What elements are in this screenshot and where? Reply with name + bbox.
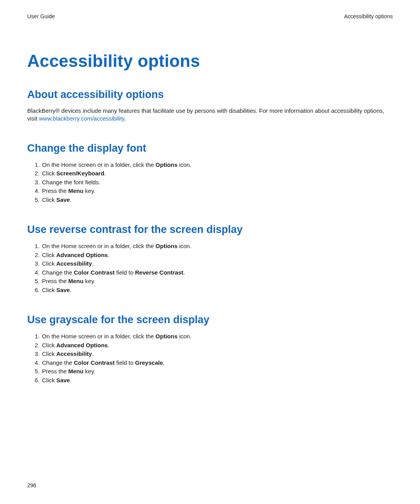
text: . xyxy=(108,252,109,258)
list-item: Change the Color Contrast field to Rever… xyxy=(41,268,393,277)
list-item: Click Save. xyxy=(41,376,393,385)
text: icon. xyxy=(177,243,191,249)
header-left: User Guide xyxy=(27,13,55,19)
text: On the Home screen or in a folder, click… xyxy=(42,161,156,168)
grayscale-steps: On the Home screen or in a folder, click… xyxy=(27,332,393,385)
bold-text: Options xyxy=(156,161,178,168)
text: . xyxy=(104,170,106,177)
list-item: Click Accessibility. xyxy=(41,259,393,268)
bold-text: Options xyxy=(156,333,178,340)
section-grayscale-heading: Use grayscale for the screen display xyxy=(27,314,393,326)
bold-text: Menu xyxy=(68,368,84,374)
text: . xyxy=(108,342,109,348)
text: field to xyxy=(115,269,135,276)
text: Press the xyxy=(42,187,68,194)
text: icon. xyxy=(177,333,191,340)
text: key. xyxy=(84,278,96,284)
text: Click xyxy=(42,287,56,293)
list-item: Click Save. xyxy=(41,196,393,205)
header-right: Accessibility options xyxy=(344,13,393,19)
text: key. xyxy=(84,187,96,194)
reverse-steps: On the Home screen or in a folder, click… xyxy=(27,242,393,294)
text: . xyxy=(183,269,185,276)
bold-text: Menu xyxy=(68,187,84,194)
list-item: On the Home screen or in a folder, click… xyxy=(41,332,393,341)
text: Press the xyxy=(42,278,68,284)
list-item: Press the Menu key. xyxy=(41,187,393,196)
text: icon. xyxy=(177,161,191,168)
list-item: Press the Menu key. xyxy=(41,367,393,376)
bold-text: Save xyxy=(56,287,70,293)
bold-text: Screen/Keyboard xyxy=(56,170,104,177)
text: Change the xyxy=(42,269,74,276)
text: . xyxy=(70,196,72,203)
bold-text: Greyscale xyxy=(135,359,163,366)
text: Click xyxy=(42,260,56,267)
text: . xyxy=(70,377,72,383)
change-font-steps: On the Home screen or in a folder, click… xyxy=(27,161,393,205)
text: . xyxy=(163,359,164,366)
text: Click xyxy=(42,342,56,348)
bold-text: Save xyxy=(56,196,70,203)
list-item: On the Home screen or in a folder, click… xyxy=(41,161,393,170)
list-item: Click Accessibility. xyxy=(41,350,393,359)
text: Click xyxy=(42,196,56,203)
text: . xyxy=(92,350,93,357)
bold-text: Accessibility xyxy=(56,350,92,357)
text: Press the xyxy=(42,368,68,374)
text: . xyxy=(92,260,93,267)
list-item: On the Home screen or in a folder, click… xyxy=(41,242,393,251)
list-item: Click Save. xyxy=(41,286,393,295)
list-item: Change the Color Contrast field to Greys… xyxy=(41,359,393,368)
text: Click xyxy=(42,350,56,357)
text: Click xyxy=(42,170,56,177)
about-paragraph: BlackBerry® devices include many feature… xyxy=(27,107,393,123)
bold-text: Color Contrast xyxy=(74,269,115,276)
page-number: 296 xyxy=(27,482,36,488)
text: Click xyxy=(42,252,56,258)
list-item: Click Advanced Options. xyxy=(41,251,393,260)
list-item: Change the font fields. xyxy=(41,178,393,187)
page-header: User Guide Accessibility options xyxy=(27,13,393,19)
text: Change the xyxy=(42,359,74,366)
bold-text: Menu xyxy=(68,278,84,284)
bold-text: Options xyxy=(156,243,178,249)
bold-text: Advanced Options xyxy=(56,252,108,258)
bold-text: Color Contrast xyxy=(74,359,115,366)
bold-text: Accessibility xyxy=(56,260,92,267)
text: Click xyxy=(42,377,56,383)
text: On the Home screen or in a folder, click… xyxy=(42,333,156,340)
text: key. xyxy=(84,368,96,374)
document-page: User Guide Accessibility options Accessi… xyxy=(0,0,420,504)
text: . xyxy=(70,287,72,293)
page-title: Accessibility options xyxy=(27,51,393,71)
about-link[interactable]: www.blackberry.com/accessibility xyxy=(39,115,124,122)
bold-text: Advanced Options xyxy=(56,342,108,348)
bold-text: Reverse Contrast xyxy=(135,269,183,276)
section-reverse-heading: Use reverse contrast for the screen disp… xyxy=(27,224,393,236)
bold-text: Save xyxy=(56,377,70,383)
list-item: Click Advanced Options. xyxy=(41,341,393,350)
about-intro-after: . xyxy=(124,115,126,122)
text: On the Home screen or in a folder, click… xyxy=(42,243,156,249)
text: field to xyxy=(115,359,135,366)
section-about-heading: About accessibility options xyxy=(27,89,393,101)
section-change-font-heading: Change the display font xyxy=(27,142,393,154)
list-item: Click Screen/Keyboard. xyxy=(41,169,393,178)
list-item: Press the Menu key. xyxy=(41,277,393,286)
